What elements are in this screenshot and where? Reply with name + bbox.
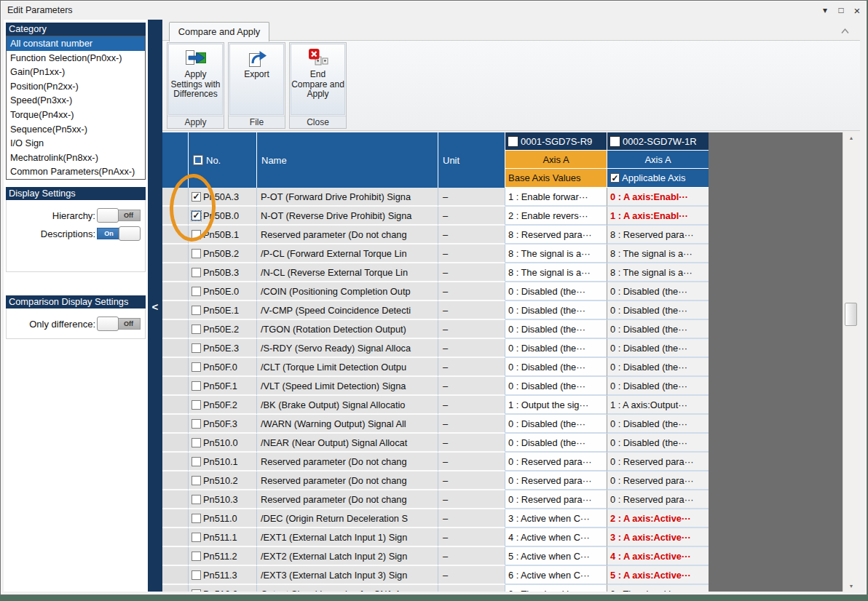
category-item[interactable]: Mechatrolink(Pn8xx-) (7, 151, 145, 165)
row-checkbox[interactable] (192, 306, 201, 315)
hierarchy-toggle[interactable]: Off (97, 208, 141, 223)
row-select-cell[interactable] (162, 490, 189, 509)
row-select-cell[interactable] (162, 263, 189, 282)
end-compare-and-apply-button[interactable]: End Compare and Apply (291, 44, 345, 115)
descriptions-toggle[interactable]: On (97, 226, 141, 241)
applicable-axis-checkbox[interactable]: ✓ (610, 173, 620, 183)
row-select-cell[interactable] (162, 547, 189, 566)
row-axis-value: 0 : Reserved para··· (607, 490, 709, 509)
sidebar-collapse-strip: < (148, 20, 162, 592)
category-list: All constant numberFunction Selection(Pn… (6, 36, 146, 180)
row-no: Pn50F.1 (203, 381, 237, 391)
row-select-cell[interactable] (162, 226, 189, 244)
table-row: Pn510.1 Reserved parameter (Do not chang… (162, 453, 709, 471)
export-icon (246, 47, 268, 69)
row-select-cell[interactable] (162, 509, 189, 528)
select-all-checkbox[interactable] (193, 155, 203, 165)
row-checkbox[interactable] (192, 533, 201, 542)
row-select-cell[interactable] (162, 566, 189, 585)
only-difference-toggle[interactable]: Off (97, 317, 141, 331)
row-axis-value: 0 : Reserved para··· (607, 471, 709, 490)
table-row: Pn50E.0 /COIN (Positioning Completion Ou… (162, 282, 709, 301)
row-select-cell[interactable] (162, 339, 189, 358)
row-checkbox[interactable] (192, 249, 201, 258)
export-button[interactable]: Export (229, 44, 284, 115)
row-select-cell[interactable] (162, 377, 189, 396)
row-name: N-OT (Reverse Drive Prohibit) Signa (257, 207, 438, 226)
base-axis-values-cell: Base Axis Values (505, 169, 607, 187)
row-checkbox[interactable] (192, 438, 201, 447)
row-no: Pn50F.2 (203, 399, 237, 410)
row-checkbox[interactable] (192, 325, 201, 334)
row-checkbox[interactable] (192, 495, 201, 504)
device-checkbox[interactable] (609, 136, 620, 147)
row-select-cell[interactable] (162, 453, 189, 471)
category-item[interactable]: Sequence(Pn5xx-) (7, 122, 145, 137)
window-title: Edit Parameters (7, 5, 817, 15)
row-checkbox[interactable] (192, 570, 201, 580)
row-unit: – (438, 358, 505, 377)
row-checkbox[interactable] (192, 343, 201, 353)
row-checkbox[interactable]: ✓ (192, 211, 201, 220)
row-unit: – (438, 226, 505, 244)
row-checkbox[interactable] (192, 514, 201, 523)
category-item[interactable]: Torque(Pn4xx-) (7, 108, 145, 122)
row-checkbox[interactable] (192, 457, 201, 466)
row-select-cell[interactable] (162, 244, 189, 263)
row-select-cell[interactable] (162, 301, 189, 320)
category-item[interactable]: Common Parameters(PnAxx-) (7, 164, 145, 179)
category-item[interactable]: I/O Sign (7, 136, 145, 151)
scrollbar-thumb[interactable] (845, 303, 857, 326)
row-no: Pn510.2 (203, 475, 238, 486)
row-no: Pn50E.0 (203, 286, 239, 297)
ribbon-collapse-button[interactable] (837, 25, 853, 36)
maximize-icon[interactable]: □ (833, 5, 849, 15)
table-row: Pn50F.2 /BK (Brake Output) Signal Alloca… (162, 396, 709, 415)
row-name: /EXT2 (External Latch Input 2) Sign (257, 547, 438, 566)
row-checkbox[interactable] (192, 419, 201, 429)
row-select-cell[interactable] (162, 434, 189, 453)
row-checkbox[interactable] (192, 268, 201, 277)
row-checkbox[interactable] (192, 476, 201, 485)
row-select-cell[interactable] (162, 585, 189, 592)
row-checkbox[interactable] (192, 362, 201, 372)
row-checkbox[interactable] (192, 230, 201, 239)
scroll-up-icon[interactable]: ▲ (843, 135, 859, 140)
row-no: Pn511.2 (203, 551, 237, 562)
close-icon[interactable]: × (849, 4, 865, 17)
row-select-cell[interactable] (162, 188, 189, 207)
row-axis-value: 0 : The signal is··· (607, 585, 709, 592)
row-select-cell[interactable] (162, 471, 189, 490)
row-select-cell[interactable] (162, 207, 189, 226)
row-checkbox[interactable] (192, 552, 201, 561)
row-checkbox[interactable] (192, 589, 201, 592)
row-axis-value: 8 : The signal is a··· (607, 244, 709, 263)
sidebar-collapse-icon[interactable]: < (148, 300, 162, 313)
window-menu-icon[interactable]: ▾ (817, 5, 833, 15)
row-checkbox[interactable] (192, 287, 201, 296)
vertical-scrollbar[interactable]: ▲ ▼ (843, 132, 859, 592)
category-item[interactable]: Gain(Pn1xx-) (7, 65, 145, 79)
scroll-down-icon[interactable]: ▼ (843, 584, 859, 589)
row-axis-value: 8 : Reserved para··· (607, 226, 709, 244)
row-checkbox[interactable] (192, 400, 201, 410)
category-item[interactable]: All constant number (7, 36, 145, 51)
category-item[interactable]: Speed(Pn3xx-) (7, 93, 145, 108)
tab-compare-and-apply[interactable]: Compare and Apply (169, 22, 269, 41)
row-checkbox[interactable] (192, 381, 201, 391)
row-select-cell[interactable] (162, 282, 189, 301)
row-unit: – (438, 528, 505, 547)
row-checkbox[interactable]: ✓ (192, 192, 201, 202)
category-item[interactable]: Function Selection(Pn0xx-) (7, 51, 145, 65)
apply-settings-with-differences-button[interactable]: Apply Settings with Differences (168, 44, 223, 115)
row-select-cell[interactable] (162, 358, 189, 377)
table-row: Pn510.3 Reserved parameter (Do not chang… (162, 490, 709, 509)
toggle-handle (119, 226, 141, 241)
category-item[interactable]: Position(Pn2xx-) (7, 79, 145, 94)
row-select-cell[interactable] (162, 415, 189, 434)
row-select-cell[interactable] (162, 528, 189, 547)
row-no-cell: Pn50F.1 (189, 377, 257, 396)
row-select-cell[interactable] (162, 396, 189, 415)
device-checkbox[interactable] (508, 136, 518, 147)
row-select-cell[interactable] (162, 320, 189, 339)
